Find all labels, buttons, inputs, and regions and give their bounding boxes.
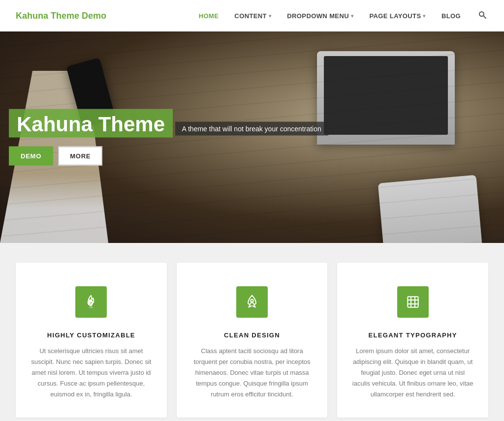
- nav-item-layouts[interactable]: PAGE LAYOUTS: [369, 12, 425, 20]
- navbar: Kahuna Theme Demo HOME CONTENT DROPDOWN …: [0, 0, 504, 31]
- hero-laptop: [317, 51, 455, 145]
- feature-card-2: ELEGANT TYPOGRAPHY Lorem ipsum dolor sit…: [337, 263, 488, 418]
- hero-title-background: Kahuna Theme: [9, 109, 173, 138]
- hero-title: Kahuna Theme: [17, 113, 165, 136]
- nav-item-blog[interactable]: BLOG: [441, 11, 461, 20]
- svg-line-1: [483, 16, 486, 18]
- feature-text-0: Ut scelerisque ultricies risus sit amet …: [30, 346, 153, 400]
- search-button[interactable]: [476, 9, 488, 23]
- hero-content: Kahuna Theme A theme that will not break…: [9, 109, 328, 166]
- feature-title-1: CLEAN DESIGN: [190, 331, 314, 339]
- nav-item-dropdown[interactable]: DROPDOWN MENU: [287, 12, 353, 20]
- svg-rect-4: [408, 297, 418, 307]
- more-button[interactable]: MORE: [58, 147, 102, 166]
- nav-search[interactable]: [476, 9, 488, 23]
- feature-icon-wrap-0: [75, 286, 107, 318]
- nav-item-home[interactable]: HOME: [199, 11, 219, 20]
- feature-title-0: HIGHLY CUSTOMIZABLE: [30, 331, 153, 339]
- svg-point-2: [89, 306, 93, 308]
- hero-subtitle: A theme that will not break your concent…: [182, 125, 321, 133]
- feature-card-0: HIGHLY CUSTOMIZABLE Ut scelerisque ultri…: [16, 263, 167, 418]
- rocket-icon: [244, 294, 260, 310]
- brand-logo[interactable]: Kahuna Theme Demo: [16, 11, 106, 21]
- building-icon: [405, 294, 421, 310]
- nav-item-content[interactable]: CONTENT: [234, 12, 271, 20]
- feature-text-1: Class aptent taciti sociosqu ad litora t…: [190, 346, 314, 400]
- features-grid: HIGHLY CUSTOMIZABLE Ut scelerisque ultri…: [16, 263, 488, 418]
- demo-button[interactable]: DEMO: [9, 147, 53, 166]
- feature-icon-wrap-2: [397, 286, 429, 318]
- hero-tablet: [378, 175, 482, 243]
- svg-point-3: [251, 300, 253, 302]
- hero-laptop-screen: [324, 56, 448, 135]
- search-icon: [478, 11, 486, 19]
- feature-card-1: CLEAN DESIGN Class aptent taciti sociosq…: [177, 263, 328, 418]
- hero-section: Kahuna Theme A theme that will not break…: [0, 31, 504, 243]
- hero-buttons: DEMO MORE: [9, 147, 328, 166]
- flame-icon: [83, 294, 99, 310]
- feature-icon-wrap-1: [236, 286, 268, 318]
- hero-subtitle-background: A theme that will not break your concent…: [175, 122, 328, 136]
- feature-title-2: ELEGANT TYPOGRAPHY: [351, 331, 474, 339]
- feature-text-2: Lorem ipsum dolor sit amet, consectetur …: [351, 346, 474, 400]
- main-nav: HOME CONTENT DROPDOWN MENU PAGE LAYOUTS …: [199, 9, 488, 23]
- features-section: HIGHLY CUSTOMIZABLE Ut scelerisque ultri…: [0, 243, 504, 421]
